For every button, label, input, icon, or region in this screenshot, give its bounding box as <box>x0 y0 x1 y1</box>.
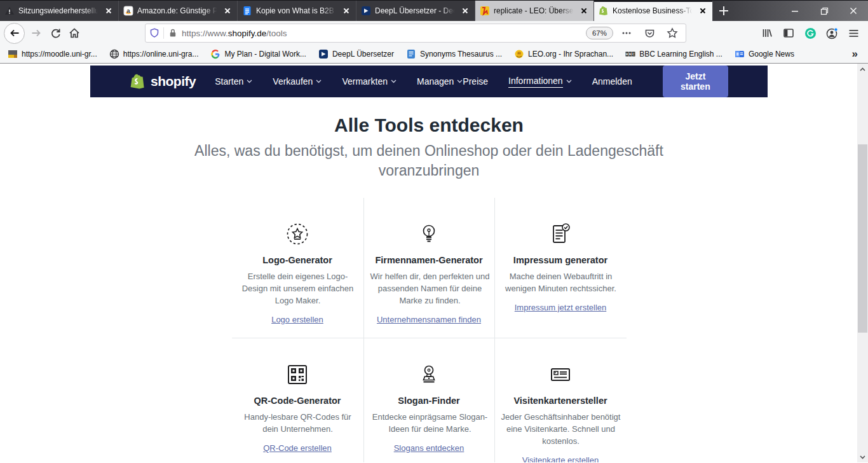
page-actions-button[interactable] <box>617 24 636 43</box>
shopify-page: shopify Starten Verkaufen Vermarkten <box>90 64 768 462</box>
document-check-icon <box>501 222 620 246</box>
qr-code-erstellen-link[interactable]: QR-Code erstellen <box>263 443 332 453</box>
tracking-protection-shield-icon[interactable] <box>149 28 159 38</box>
nav-item-starten[interactable]: Starten <box>215 76 252 86</box>
ellipsis-icon <box>621 28 632 38</box>
tool-title: Visitenkartenersteller <box>501 396 620 406</box>
chevron-down-icon <box>316 79 322 83</box>
bookmark-label: https://moodle.uni-gr... <box>22 50 97 59</box>
scrollbar-thumb[interactable] <box>858 144 867 333</box>
bookmark-deepl[interactable]: DeepL Übersetzer <box>318 49 394 59</box>
page-subtitle: Alles, was du benötigst, um deinen Onlin… <box>165 141 693 181</box>
bookmark-leo[interactable]: LEO.org - Ihr Sprachan... <box>514 49 613 59</box>
tool-card-qr-code-generator: QR-Code-Generator Handy-lesbare QR-Codes… <box>232 338 363 462</box>
library-button[interactable] <box>757 24 776 43</box>
urlbar-divider <box>163 27 164 39</box>
tool-title: QR-Code-Generator <box>238 396 357 406</box>
home-button[interactable] <box>65 24 84 43</box>
back-button[interactable] <box>4 23 25 44</box>
tab-close-icon[interactable] <box>579 6 589 16</box>
bookmark-label: Synonyms Thesaurus ... <box>420 50 502 59</box>
nav-label: Managen <box>417 76 454 86</box>
scroll-down-arrow-icon[interactable] <box>857 452 868 462</box>
chevron-down-icon <box>566 79 572 83</box>
logo-erstellen-link[interactable]: Logo erstellen <box>271 315 323 324</box>
bookmarks-overflow-chevron-icon[interactable]: » <box>852 48 860 60</box>
tab-close-icon[interactable] <box>460 6 470 16</box>
pocket-icon <box>644 28 655 39</box>
tab-close-icon[interactable] <box>341 6 351 16</box>
tab-amazon[interactable]: a Amazon.de: Günstige Pre <box>119 1 238 21</box>
reload-button[interactable] <box>46 24 65 43</box>
bookmark-star-button[interactable] <box>663 24 682 43</box>
tab-google-doc[interactable]: Kopie von What is B2B C <box>238 1 356 21</box>
visitenkarte-erstellen-link[interactable]: Visitenkarte erstellen <box>522 455 599 462</box>
nav-item-anmelden[interactable]: Anmelden <box>592 76 632 86</box>
save-to-pocket-button[interactable] <box>640 24 659 43</box>
url-path: /tools <box>266 29 287 38</box>
nav-item-vermarkten[interactable]: Vermarkten <box>342 76 397 86</box>
lock-icon[interactable] <box>168 28 178 38</box>
shopify-bag-icon <box>130 73 146 90</box>
tab-close-icon[interactable] <box>698 6 708 16</box>
bookmark-moodle[interactable]: https://moodle.uni-gr... <box>8 49 97 59</box>
tool-description: Wir helfen dir, den perfekten und passen… <box>370 271 490 307</box>
url-bar[interactable]: https://www.shopify.de/tools 67% <box>145 24 686 43</box>
account-button[interactable] <box>822 24 841 43</box>
bookmark-my-plan[interactable]: My Plan - Digital Work... <box>210 49 306 59</box>
bookmark-synonyms-thesaurus[interactable]: Synonyms Thesaurus ... <box>406 49 502 59</box>
jetzt-starten-button[interactable]: Jetzt starten <box>663 66 728 97</box>
impressum-jetzt-erstellen-link[interactable]: Impressum jetzt erstellen <box>515 303 607 312</box>
tool-card-firmennamen-generator: Firmennamen-Generator Wir helfen dir, de… <box>363 198 495 338</box>
url-domain: shopify.de <box>228 29 267 38</box>
google-doc-icon <box>242 6 252 16</box>
zoom-level-badge[interactable]: 67% <box>586 27 613 39</box>
sidebar-toggle-button[interactable] <box>779 24 798 43</box>
bookmark-label: Google News <box>749 50 794 59</box>
grammarly-button[interactable] <box>801 24 820 43</box>
globe-icon <box>109 49 119 59</box>
home-icon <box>69 27 80 39</box>
tab-close-icon[interactable] <box>222 6 233 16</box>
tab-close-icon[interactable] <box>104 6 114 16</box>
bookmark-online-uni[interactable]: https://online.uni-gra... <box>109 49 199 59</box>
close-button[interactable] <box>839 1 868 21</box>
nav-item-verkaufen[interactable]: Verkaufen <box>273 76 322 86</box>
url-text[interactable]: https://www.shopify.de/tools <box>182 29 287 38</box>
nav-item-informationen[interactable]: Informationen <box>508 76 572 88</box>
tab-session-restore[interactable]: Sitzungswiederherstellun <box>0 1 119 21</box>
slogans-entdecken-link[interactable]: Slogans entdecken <box>394 443 465 453</box>
nav-label: Vermarkten <box>342 76 388 86</box>
scroll-up-arrow-icon[interactable] <box>857 64 868 74</box>
bookmark-bbc[interactable]: BBC BBC Learning English ... <box>625 49 722 59</box>
shopify-logo[interactable]: shopify <box>130 73 196 90</box>
chevron-down-icon <box>391 79 397 83</box>
vertical-scrollbar[interactable] <box>857 64 868 462</box>
lightbulb-icon <box>370 222 488 246</box>
site-nav-right: Preise Informationen Anmelden Jetzt star… <box>463 66 728 97</box>
thesaurus-icon <box>406 49 416 59</box>
unternehmensnamen-finden-link[interactable]: Unternehmensnamen finden <box>377 315 481 324</box>
minimize-button[interactable] <box>780 1 810 21</box>
site-header: shopify Starten Verkaufen Vermarkten <box>90 66 768 97</box>
nav-label: Starten <box>215 76 243 86</box>
tool-title: Slogan-Finder <box>370 396 488 406</box>
restore-button[interactable] <box>810 1 839 21</box>
new-tab-button[interactable] <box>713 1 735 21</box>
tool-title: Impressum generator <box>501 255 620 265</box>
reload-icon <box>50 28 61 39</box>
bookmarks-toolbar: https://moodle.uni-gr... https://online.… <box>0 45 868 64</box>
nav-label: Informationen <box>508 76 563 88</box>
tab-deepl[interactable]: DeepL Übersetzer - Deepl <box>356 1 475 21</box>
svg-text:C: C <box>632 52 635 56</box>
tab-leo[interactable]: replicate - LEO: Übersetz <box>475 1 594 21</box>
tab-title: Kopie von What is B2B C <box>256 6 337 15</box>
tab-shopify-tools[interactable]: Kostenlose Business-Tool <box>594 1 713 21</box>
bookmark-google-news[interactable]: Google News <box>735 49 794 59</box>
nav-item-preise[interactable]: Preise <box>463 76 488 86</box>
leo-lion-icon <box>514 49 524 59</box>
tab-title: Kostenlose Business-Tool <box>613 6 694 15</box>
menu-button[interactable] <box>844 24 863 43</box>
nav-item-managen[interactable]: Managen <box>417 76 463 86</box>
forward-button[interactable] <box>27 24 46 43</box>
